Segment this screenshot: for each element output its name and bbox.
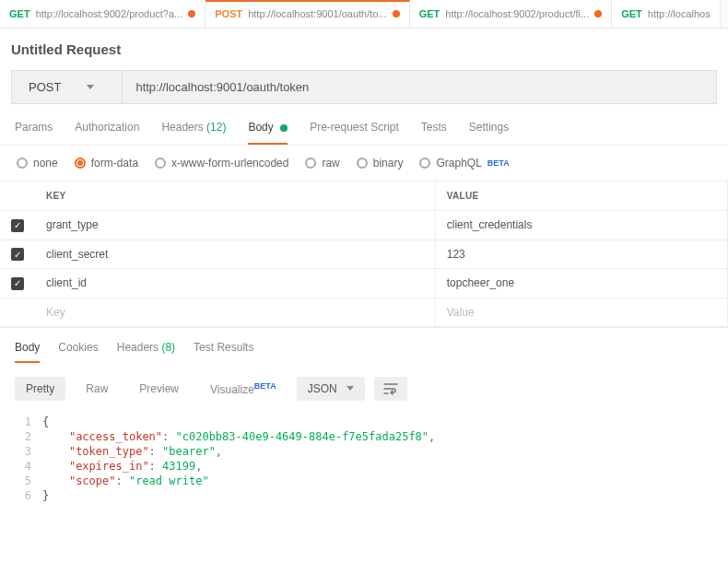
request-tab[interactable]: GET http://localhost:9002/product/fi... xyxy=(410,0,613,28)
bodytype-graphql[interactable]: GraphQLBETA xyxy=(419,157,509,170)
radio-icon xyxy=(419,158,430,169)
chevron-down-icon xyxy=(346,386,354,391)
table-row: client_secret 123 xyxy=(0,240,728,269)
cell-value[interactable]: client_credentials xyxy=(435,211,727,240)
tab-url: http://localhos xyxy=(648,8,710,19)
resp-tab-testresults[interactable]: Test Results xyxy=(194,341,253,363)
bodytype-formdata[interactable]: form-data xyxy=(75,157,138,170)
table-row: grant_type client_credentials xyxy=(0,211,728,240)
tab-label: Body xyxy=(248,121,273,134)
view-raw[interactable]: Raw xyxy=(75,377,119,401)
view-visualize[interactable]: VisualizeBETA xyxy=(199,376,288,402)
radio-icon xyxy=(305,158,316,169)
row-checkbox[interactable] xyxy=(11,219,24,232)
active-dot-icon xyxy=(280,124,288,132)
tab-tests[interactable]: Tests xyxy=(421,121,447,145)
col-value: VALUE xyxy=(435,181,727,211)
beta-badge: BETA xyxy=(487,158,510,168)
form-data-table: KEY VALUE grant_type client_credentials … xyxy=(0,181,728,327)
radio-label: binary xyxy=(373,157,404,170)
url-input[interactable] xyxy=(123,71,716,103)
request-tab[interactable]: GET http://localhos xyxy=(612,0,721,28)
response-body[interactable]: 1 2 3 4 5 6 { "access_token": "c020bb83-… xyxy=(0,415,728,518)
row-checkbox[interactable] xyxy=(11,277,24,290)
tab-count: (8) xyxy=(161,341,175,354)
bodytype-binary[interactable]: binary xyxy=(357,157,404,170)
beta-badge: BETA xyxy=(254,381,276,391)
table-row-empty: Key Value xyxy=(0,298,728,326)
request-section-tabs: Params Authorization Headers (12) Body P… xyxy=(0,104,728,146)
radio-label: raw xyxy=(322,157,339,170)
bodytype-none[interactable]: none xyxy=(17,157,58,170)
request-tab[interactable]: GET http://localhost:9002/product?a... xyxy=(0,0,205,28)
request-tabs: GET http://localhost:9002/product?a... P… xyxy=(0,0,728,29)
tab-method: GET xyxy=(621,8,642,19)
resp-tab-cookies[interactable]: Cookies xyxy=(58,341,98,363)
cell-value[interactable]: 123 xyxy=(435,240,727,269)
body-type-row: none form-data x-www-form-urlencoded raw… xyxy=(0,146,728,181)
col-key: KEY xyxy=(35,181,435,211)
tab-url: http://localhost:9002/product?a... xyxy=(36,8,183,19)
unsaved-dot-icon xyxy=(393,10,400,18)
row-checkbox[interactable] xyxy=(11,248,24,261)
radio-icon xyxy=(357,158,368,169)
tab-count: (12) xyxy=(206,121,226,134)
tab-settings[interactable]: Settings xyxy=(469,121,509,145)
cell-key-placeholder[interactable]: Key xyxy=(35,298,435,326)
tab-params[interactable]: Params xyxy=(15,121,53,145)
tab-method: GET xyxy=(419,8,440,19)
tab-method: POST xyxy=(215,8,242,19)
radio-label: GraphQL xyxy=(436,157,481,170)
view-preview[interactable]: Preview xyxy=(128,377,190,401)
request-tab[interactable]: POST http://localhost:9001/oauth/to... xyxy=(205,0,409,28)
response-tabs: Body Cookies Headers (8) Test Results xyxy=(0,327,728,363)
tab-method: GET xyxy=(9,8,30,19)
line-gutter: 1 2 3 4 5 6 xyxy=(15,415,42,503)
table-row: client_id topcheer_one xyxy=(0,269,728,298)
tab-label: Headers xyxy=(117,341,159,354)
unsaved-dot-icon xyxy=(594,10,602,18)
tab-label: Headers xyxy=(161,121,203,134)
view-pretty[interactable]: Pretty xyxy=(15,377,65,401)
method-label: POST xyxy=(29,80,61,94)
response-type-select[interactable]: JSON xyxy=(297,377,365,401)
tab-headers[interactable]: Headers (12) xyxy=(161,121,226,145)
resp-tab-body[interactable]: Body xyxy=(15,341,40,363)
radio-label: form-data xyxy=(91,157,138,170)
unsaved-dot-icon xyxy=(188,10,195,18)
tab-authorization[interactable]: Authorization xyxy=(75,121,139,145)
radio-icon xyxy=(17,158,28,169)
cell-value-placeholder[interactable]: Value xyxy=(435,298,727,326)
bodytype-raw[interactable]: raw xyxy=(305,157,339,170)
cell-value[interactable]: topcheer_one xyxy=(435,269,727,298)
view-label: Visualize xyxy=(210,383,254,396)
type-label: JSON xyxy=(308,382,337,395)
radio-icon xyxy=(75,158,86,169)
radio-icon xyxy=(155,158,166,169)
tab-body[interactable]: Body xyxy=(248,121,288,145)
cell-key[interactable]: grant_type xyxy=(35,211,435,240)
resp-tab-headers[interactable]: Headers (8) xyxy=(117,341,175,363)
radio-label: none xyxy=(33,157,58,170)
wrap-lines-button[interactable] xyxy=(374,377,407,401)
request-title[interactable]: Untitled Request xyxy=(0,29,728,70)
bodytype-urlencoded[interactable]: x-www-form-urlencoded xyxy=(155,157,288,170)
url-bar: POST xyxy=(11,70,717,104)
method-select[interactable]: POST xyxy=(12,71,123,103)
cell-key[interactable]: client_id xyxy=(35,269,435,298)
json-code: { "access_token": "c020bb83-40e9-4649-88… xyxy=(42,415,435,503)
tab-prerequest[interactable]: Pre-request Script xyxy=(310,121,399,145)
cell-key[interactable]: client_secret xyxy=(35,240,435,269)
radio-label: x-www-form-urlencoded xyxy=(171,157,288,170)
response-toolbar: Pretty Raw Preview VisualizeBETA JSON xyxy=(0,363,728,415)
tab-url: http://localhost:9002/product/fi... xyxy=(445,8,589,19)
tab-url: http://localhost:9001/oauth/to... xyxy=(248,8,386,19)
chevron-down-icon xyxy=(87,85,94,89)
wrap-icon xyxy=(383,382,398,395)
